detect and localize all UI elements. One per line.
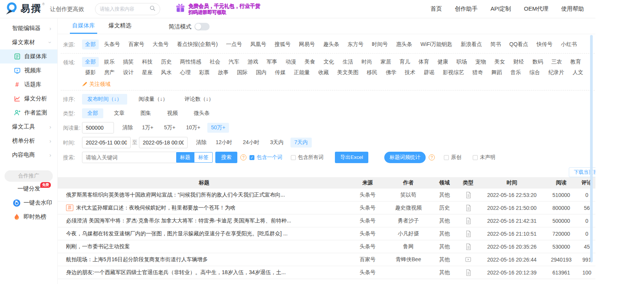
field-chip[interactable]: 猎奇 xyxy=(469,68,486,78)
sidebar-promo-item[interactable]: 即时热榜 xyxy=(0,210,57,224)
field-chip[interactable]: 健康 xyxy=(434,57,451,67)
search-button[interactable]: 搜索 xyxy=(215,152,237,163)
field-chip[interactable]: 纪录片 xyxy=(545,68,567,78)
checkbox-icon[interactable] xyxy=(444,155,449,160)
source-chip[interactable]: QQ看点 xyxy=(506,40,531,49)
title-word-freq-button[interactable]: 标题词频统计 xyxy=(384,152,426,163)
field-chip[interactable]: 心理 xyxy=(177,68,194,78)
field-chip[interactable]: 数码 xyxy=(529,57,546,67)
source-chip[interactable]: 大鱼号 xyxy=(150,40,172,49)
field-chip[interactable]: 国内 xyxy=(253,68,270,78)
field-chip[interactable]: 彩票 xyxy=(196,68,213,78)
reads-chip[interactable]: 1万+ xyxy=(138,123,157,133)
field-chip[interactable]: 美食 xyxy=(301,57,318,67)
field-chip[interactable]: 宠物 xyxy=(472,57,489,67)
field-chip[interactable]: 技术 xyxy=(402,68,418,78)
field-chip[interactable]: 育儿 xyxy=(396,57,413,67)
time-clear-button[interactable]: 清除 xyxy=(196,139,207,146)
header-search-input[interactable] xyxy=(100,6,145,12)
tab-media-library[interactable]: 自媒体库 xyxy=(72,22,95,34)
sort-chip[interactable]: 阅读量（↓） xyxy=(133,94,173,105)
field-chip[interactable]: 星座 xyxy=(139,68,156,78)
type-chip[interactable]: 文章 xyxy=(109,108,130,118)
field-chip[interactable]: 科技 xyxy=(139,57,156,67)
reads-chip[interactable]: 10万+ xyxy=(182,123,204,133)
simple-mode-toggle[interactable] xyxy=(194,23,210,30)
field-chip[interactable]: 综合 xyxy=(526,68,543,78)
field-chip[interactable]: 房产 xyxy=(101,68,118,78)
nav-item[interactable]: 首页 xyxy=(431,5,442,13)
field-chip[interactable]: 故事 xyxy=(215,68,232,78)
field-chip[interactable]: 佛学 xyxy=(383,68,399,78)
field-chip[interactable]: 收藏 xyxy=(315,68,332,78)
sidebar-promo-item[interactable]: 一键去水印 xyxy=(0,196,57,210)
type-chip[interactable]: 全部 xyxy=(82,108,103,118)
nav-item[interactable]: API定制 xyxy=(491,5,511,13)
field-chip[interactable]: 美文美图 xyxy=(334,68,361,78)
sidebar-group[interactable]: 榜单分析› xyxy=(0,134,57,148)
field-chip[interactable]: 文化 xyxy=(320,57,337,67)
include-all-checkbox[interactable]: 包含所有词 xyxy=(291,154,324,161)
original-checkbox[interactable]: 原创 xyxy=(444,154,461,161)
keyword-input[interactable] xyxy=(82,152,177,163)
row-title[interactable]: 俄罗斯黑客组织向英美德等十国政府网站宣战：“问候我们所有的敌人们今天我们正式宣布… xyxy=(58,192,350,198)
field-chip[interactable]: 音乐 xyxy=(507,68,524,78)
field-chip[interactable]: 体育 xyxy=(415,57,432,67)
sidebar-item[interactable]: 视频库 xyxy=(0,63,57,78)
sidebar-group[interactable]: 内容电商› xyxy=(0,148,57,162)
field-chip[interactable]: 社会 xyxy=(207,57,223,67)
field-chip[interactable]: 时尚 xyxy=(358,57,375,67)
field-chip[interactable]: 汽车 xyxy=(226,57,242,67)
field-chip[interactable]: 三农 xyxy=(548,57,565,67)
field-chip[interactable]: 搞笑 xyxy=(120,57,137,67)
field-chip[interactable]: 全部 xyxy=(82,57,99,67)
search-icon[interactable] xyxy=(150,5,155,13)
reads-clear-button[interactable]: 清除 xyxy=(122,124,133,131)
source-chip[interactable]: 新浪看点 xyxy=(458,40,485,49)
field-chip[interactable]: 人文 xyxy=(570,68,586,78)
sort-chip[interactable]: 发布时间（↓） xyxy=(82,94,127,105)
row-title[interactable]: 今夜，乌媒都在转发亚速钢厂内的一张图，图片显示躲藏的亚速分子在享受阳光。[吃瓜群… xyxy=(58,230,350,237)
reads-input[interactable] xyxy=(82,122,114,133)
type-chip[interactable]: 图集 xyxy=(135,108,156,118)
time-chip[interactable]: 24小时 xyxy=(239,138,264,148)
reads-chip[interactable]: 5万+ xyxy=(160,123,179,133)
export-excel-button[interactable]: 导出Excel xyxy=(335,152,368,163)
source-chip[interactable]: 全部 xyxy=(82,40,99,49)
field-chip[interactable]: 摄影 xyxy=(82,68,99,78)
source-chip[interactable]: 趣头条 xyxy=(320,40,342,49)
tab-hot-articles[interactable]: 爆文精选 xyxy=(109,22,131,34)
sort-chip[interactable]: 评论数（↓） xyxy=(179,94,219,105)
source-chip[interactable]: 简书 xyxy=(487,40,504,49)
field-chip[interactable]: 美女 xyxy=(491,57,508,67)
time-chip[interactable]: 3天内 xyxy=(266,138,287,148)
field-chip[interactable]: 国际 xyxy=(234,68,251,78)
nav-item[interactable]: OEM代理 xyxy=(524,5,548,13)
field-chip[interactable]: 辟谣 xyxy=(421,68,437,78)
nav-item[interactable]: 使用帮助 xyxy=(561,5,584,13)
checkbox-checked-icon[interactable]: ✓ xyxy=(249,155,254,160)
field-chip[interactable]: 教育 xyxy=(567,57,584,67)
match-title-button[interactable]: 标题 xyxy=(176,152,194,163)
source-chip[interactable]: 惠头条 xyxy=(393,40,415,49)
help-icon[interactable]: ? xyxy=(429,154,435,160)
row-title[interactable]: 身边的朋友:一个西藏军区四级士官退伍老兵（非转业）。高中生，18岁入伍，34岁退… xyxy=(58,269,350,276)
field-chip[interactable]: 军事 xyxy=(264,57,280,67)
time-chip[interactable]: 7天内 xyxy=(290,138,312,148)
type-chip[interactable]: 视频 xyxy=(162,108,183,118)
source-chip[interactable]: 快传号 xyxy=(534,40,556,49)
field-chip[interactable]: 历史 xyxy=(158,57,175,67)
sidebar-item[interactable]: 自媒体库 xyxy=(0,49,57,63)
nav-item[interactable]: 创作助手 xyxy=(455,5,478,13)
scrollbar[interactable] xyxy=(590,35,593,262)
source-chip[interactable]: 凤凰号 xyxy=(247,40,269,49)
source-chip[interactable]: 一点号 xyxy=(223,40,245,49)
field-chip[interactable]: 设计 xyxy=(120,68,137,78)
reads-chip[interactable]: 50万+ xyxy=(207,123,229,133)
help-icon[interactable]: ? xyxy=(240,154,246,160)
checkbox-icon[interactable] xyxy=(291,155,296,160)
field-chip[interactable]: 舞蹈 xyxy=(488,68,505,78)
sidebar-item[interactable]: #话题库 xyxy=(0,78,57,92)
source-chip[interactable]: 网易号 xyxy=(296,40,318,49)
checkbox-icon[interactable] xyxy=(473,155,478,160)
